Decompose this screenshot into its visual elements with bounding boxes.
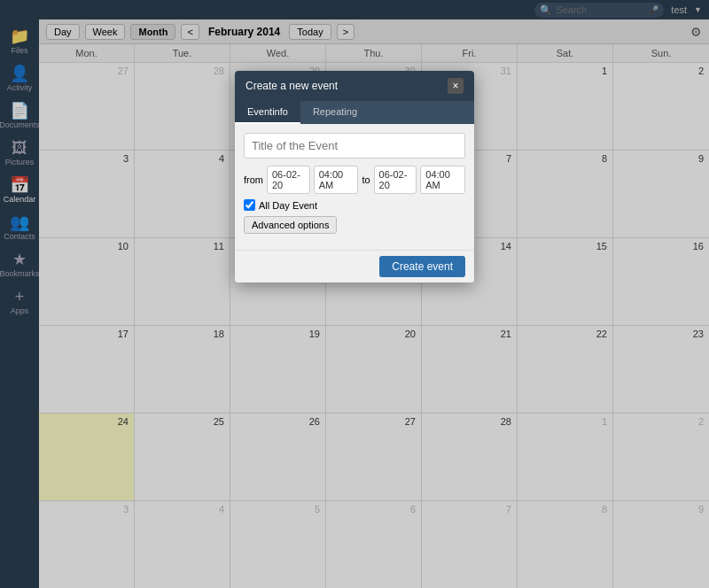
tab-eventinfo[interactable]: Eventinfo — [235, 101, 300, 124]
event-title-input[interactable] — [244, 133, 465, 159]
modal-overlay: Create a new event × Eventinfo Repeating… — [0, 0, 709, 588]
modal-tabs: Eventinfo Repeating — [235, 101, 474, 124]
tab-repeating[interactable]: Repeating — [300, 101, 370, 124]
modal-header: Create a new event × — [235, 71, 474, 101]
all-day-row: All Day Event — [244, 199, 465, 211]
from-row: from 06-02-20 04:00 AM to 06-02-20 04:00… — [244, 166, 465, 194]
from-label: from — [244, 174, 263, 185]
all-day-checkbox[interactable] — [244, 199, 255, 211]
to-date-field[interactable]: 06-02-20 — [374, 166, 417, 194]
to-label: to — [362, 174, 370, 185]
from-time-field[interactable]: 04:00 AM — [314, 166, 359, 194]
advanced-options-button[interactable]: Advanced options — [244, 216, 337, 234]
modal-body: from 06-02-20 04:00 AM to 06-02-20 04:00… — [235, 124, 474, 250]
create-event-modal: Create a new event × Eventinfo Repeating… — [235, 71, 474, 282]
to-time-field[interactable]: 04:00 AM — [420, 166, 465, 194]
all-day-label: All Day Event — [259, 200, 317, 211]
from-date-field[interactable]: 06-02-20 — [267, 166, 310, 194]
create-event-button[interactable]: Create event — [379, 256, 465, 277]
modal-close-button[interactable]: × — [448, 78, 464, 94]
modal-title: Create a new event — [245, 80, 338, 92]
modal-footer: Create event — [235, 250, 474, 282]
